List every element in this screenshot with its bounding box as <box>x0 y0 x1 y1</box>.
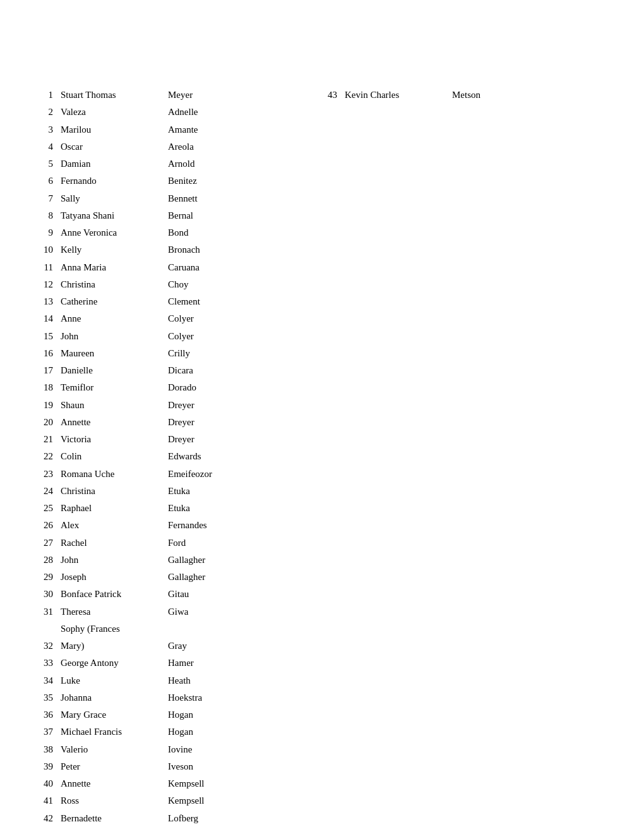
entry-firstname: Sally <box>61 191 168 206</box>
entry-lastname: Crilly <box>168 346 322 361</box>
entry-number: 25 <box>38 501 61 516</box>
list-item: 9 Anne Veronica Bond <box>38 226 322 240</box>
list-item: 33 George Antony Hamer <box>38 656 322 670</box>
list-item: 11 Anna Maria Caruana <box>38 260 322 275</box>
entry-number: 32 <box>38 639 61 653</box>
entry-number: 11 <box>38 260 61 275</box>
entry-number: 29 <box>38 570 61 584</box>
list-item: 2 Valeza Adnelle <box>38 105 322 119</box>
entry-firstname: Alex <box>61 518 168 533</box>
entry-lastname: Areola <box>168 140 322 154</box>
entry-firstname: Shaun <box>61 398 168 413</box>
list-item: 7 Sally Bennett <box>38 191 322 206</box>
entry-firstname: Stuart Thomas <box>61 88 168 102</box>
entry-number: 13 <box>38 294 61 309</box>
list-item: 15 John Colyer <box>38 329 322 344</box>
entry-number: 9 <box>38 226 61 240</box>
list-item: 41 Ross Kempsell <box>38 794 322 808</box>
entry-number: 15 <box>38 329 61 344</box>
entry-firstname: Temiflor <box>61 380 168 395</box>
entry-lastname: Hogan <box>168 708 322 722</box>
list-item: 16 Maureen Crilly <box>38 346 322 361</box>
entry-firstname: Kevin Charles <box>345 88 452 102</box>
entry-lastname: Bennett <box>168 191 322 206</box>
page-title <box>38 38 606 63</box>
list-item: 36 Mary Grace Hogan <box>38 708 322 722</box>
entry-firstname: Marilou <box>61 123 168 137</box>
entry-lastname: Emeifeozor <box>168 467 322 481</box>
entry-firstname: Sophy (Frances <box>61 622 168 636</box>
entry-number: 12 <box>38 277 61 292</box>
entry-firstname: Annette <box>61 415 168 430</box>
list-item: 25 Raphael Etuka <box>38 501 322 516</box>
list-item: 29 Joseph Gallagher <box>38 570 322 584</box>
entry-lastname: Kempsell <box>168 794 322 808</box>
entry-number: 4 <box>38 140 61 154</box>
entry-firstname: John <box>61 553 168 567</box>
list-item: 42 Bernadette Lofberg <box>38 811 322 826</box>
entry-number: 34 <box>38 674 61 688</box>
list-item: 3 Marilou Amante <box>38 123 322 137</box>
entry-lastname: Choy <box>168 277 322 292</box>
entry-lastname: Colyer <box>168 329 322 344</box>
entry-firstname: George Antony <box>61 656 168 670</box>
entry-lastname: Colyer <box>168 311 322 326</box>
entry-lastname: Amante <box>168 123 322 137</box>
entry-firstname: Anne Veronica <box>61 226 168 240</box>
entry-lastname: Bernal <box>168 208 322 223</box>
list-item: 37 Michael Francis Hogan <box>38 725 322 739</box>
entry-number: 7 <box>38 191 61 206</box>
entry-firstname: Oscar <box>61 140 168 154</box>
entry-number: 10 <box>38 243 61 257</box>
entry-number: 2 <box>38 105 61 119</box>
entry-number: 3 <box>38 123 61 137</box>
entry-firstname: John <box>61 329 168 344</box>
entry-firstname: Damian <box>61 157 168 171</box>
entry-lastname: Dreyer <box>168 398 322 413</box>
list-item: 38 Valerio Iovine <box>38 742 322 757</box>
list-item: 35 Johanna Hoekstra <box>38 691 322 705</box>
entry-lastname: Edwards <box>168 449 322 464</box>
entry-firstname: Bernadette <box>61 811 168 826</box>
entry-lastname: Dreyer <box>168 415 322 430</box>
list-item: 40 Annette Kempsell <box>38 777 322 791</box>
entry-lastname: Iveson <box>168 759 322 774</box>
entry-lastname: Clement <box>168 294 322 309</box>
entry-firstname: Colin <box>61 449 168 464</box>
entry-lastname: Kempsell <box>168 777 322 791</box>
entry-firstname: Catherine <box>61 294 168 309</box>
entry-number: 28 <box>38 553 61 567</box>
entry-number: 16 <box>38 346 61 361</box>
list-item: 1 Stuart Thomas Meyer <box>38 88 322 102</box>
entry-lastname: Dreyer <box>168 432 322 447</box>
list-item: 18 Temiflor Dorado <box>38 380 322 395</box>
list-item: 27 Rachel Ford <box>38 536 322 550</box>
entry-lastname: Gitau <box>168 587 322 601</box>
entry-number: 41 <box>38 794 61 808</box>
list-item: 4 Oscar Areola <box>38 140 322 154</box>
entry-number: 38 <box>38 742 61 757</box>
columns-container: 1 Stuart Thomas Meyer 2 Valeza Adnelle 3… <box>38 88 606 828</box>
entry-lastname: Fernandes <box>168 518 322 533</box>
entry-firstname: Valerio <box>61 742 168 757</box>
entry-firstname: Anne <box>61 311 168 326</box>
entry-number: 23 <box>38 467 61 481</box>
entry-firstname: Ross <box>61 794 168 808</box>
entry-lastname: Dicara <box>168 363 322 378</box>
entry-number: 6 <box>38 174 61 188</box>
entry-lastname: Etuka <box>168 501 322 516</box>
column-right: 43 Kevin Charles Metson <box>322 88 606 105</box>
entry-number: 37 <box>38 725 61 739</box>
entry-firstname: Maureen <box>61 346 168 361</box>
entry-firstname: Bonface Patrick <box>61 587 168 601</box>
list-item: Sophy (Frances <box>38 622 322 636</box>
entry-firstname: Luke <box>61 674 168 688</box>
column-left: 1 Stuart Thomas Meyer 2 Valeza Adnelle 3… <box>38 88 322 828</box>
entry-lastname: Giwa <box>168 605 322 619</box>
entry-firstname: Mary Grace <box>61 708 168 722</box>
entry-lastname <box>168 622 322 636</box>
entry-firstname: Theresa <box>61 605 168 619</box>
entry-firstname: Peter <box>61 759 168 774</box>
entry-number: 8 <box>38 208 61 223</box>
entry-lastname: Etuka <box>168 484 322 499</box>
